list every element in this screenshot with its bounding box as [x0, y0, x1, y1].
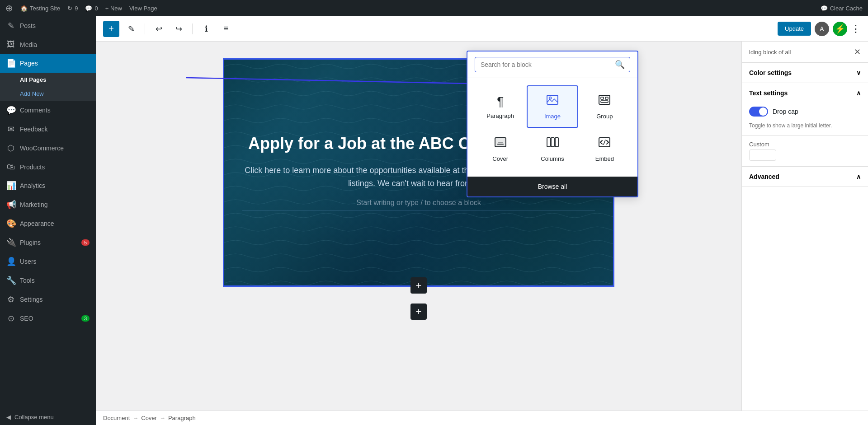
sidebar-item-appearance[interactable]: 🎨 Appearance: [0, 214, 96, 233]
edit-button[interactable]: ✎: [123, 21, 139, 37]
collapse-icon: ◀: [6, 414, 11, 420]
block-item-group[interactable]: Group: [579, 85, 630, 128]
user-avatar[interactable]: A: [815, 22, 829, 36]
sidebar-item-comments[interactable]: 💬 Comments: [0, 101, 96, 120]
tools-icon: 🔧: [6, 276, 15, 285]
svg-rect-3: [547, 95, 558, 104]
drop-cap-row: Drop cap: [742, 103, 868, 120]
sidebar-item-marketing[interactable]: 📢 Marketing: [0, 195, 96, 214]
sidebar-item-media[interactable]: 🖼 Media: [0, 35, 96, 54]
close-panel-button[interactable]: ✕: [854, 47, 861, 57]
sidebar-item-settings[interactable]: ⚙ Settings: [0, 290, 96, 309]
marketing-icon: 📢: [6, 200, 15, 210]
add-block-button[interactable]: +: [103, 21, 119, 37]
sidebar-item-pages[interactable]: 📄 Pages: [0, 54, 96, 73]
lightning-icon: ⚡: [835, 24, 845, 34]
custom-input[interactable]: [749, 149, 776, 161]
admin-bar-view-page[interactable]: View Page: [129, 5, 157, 12]
content-area: Apply for a Job at the ABC Company Today…: [96, 42, 868, 411]
toolbar-divider-2: [192, 23, 193, 34]
chevron-down-icon: ∨: [856, 69, 861, 76]
sidebar-item-products[interactable]: 🛍 Products: [0, 158, 96, 176]
block-search-input[interactable]: [475, 57, 630, 72]
sidebar-item-label: Settings: [20, 296, 43, 303]
browse-all-button[interactable]: Browse all: [467, 177, 637, 196]
redo-button[interactable]: ↪: [170, 21, 187, 37]
info-button[interactable]: ℹ: [198, 21, 214, 37]
breadcrumb-document[interactable]: Document: [103, 415, 130, 421]
sidebar-add-new[interactable]: Add New: [0, 87, 96, 101]
cache-icon: 💬: [821, 5, 828, 12]
svg-rect-8: [601, 101, 608, 103]
text-settings-header[interactable]: Text settings ∧: [742, 83, 868, 103]
drop-cap-label: Drop cap: [773, 108, 798, 115]
sidebar-item-label: Comments: [20, 107, 51, 114]
svg-rect-13: [547, 138, 550, 147]
svg-rect-14: [551, 138, 554, 147]
admin-bar-comments[interactable]: 💬 0: [85, 5, 98, 12]
block-item-embed[interactable]: Embed: [579, 129, 630, 169]
block-item-paragraph[interactable]: ¶ Paragraph: [475, 85, 526, 128]
clear-cache-button[interactable]: 💬 Clear Cache: [821, 5, 863, 12]
seo-badge: 3: [81, 315, 90, 322]
embed-icon: [598, 136, 611, 152]
more-options-button[interactable]: ⋮: [851, 23, 861, 35]
sidebar-item-label: Marketing: [20, 201, 47, 208]
block-item-columns[interactable]: Columns: [527, 129, 578, 169]
block-item-cover[interactable]: Cover: [475, 129, 526, 169]
chevron-down-icon-2: ∧: [856, 173, 861, 180]
advanced-label: Advanced: [749, 173, 779, 180]
drop-cap-toggle[interactable]: [749, 107, 768, 117]
products-icon: 🛍: [6, 162, 15, 172]
color-settings-label: Color settings: [749, 69, 792, 76]
updates-icon: ↻: [67, 5, 72, 12]
sidebar-item-woocommerce[interactable]: ⬡ WooCommerce: [0, 139, 96, 158]
svg-line-17: [604, 140, 605, 145]
search-icon-button[interactable]: 🔍: [615, 60, 625, 70]
sidebar-item-label: WooCommerce: [20, 145, 64, 152]
undo-button[interactable]: ↩: [151, 21, 167, 37]
media-icon: 🖼: [6, 40, 15, 49]
sidebar-all-pages[interactable]: All Pages: [0, 73, 96, 87]
list-view-button[interactable]: ≡: [218, 21, 234, 37]
plugins-icon: 🔌: [6, 238, 15, 248]
text-settings-section: Text settings ∧ Drop cap Toggle to show …: [742, 83, 868, 135]
admin-bar-right: 💬 Clear Cache: [821, 5, 863, 12]
cover-add-block-button[interactable]: +: [410, 277, 427, 294]
columns-icon: [546, 136, 559, 152]
sidebar-item-seo[interactable]: ⊙ SEO 3: [0, 309, 96, 328]
update-button[interactable]: Update: [778, 22, 811, 36]
sidebar-item-label: Analytics: [20, 182, 45, 189]
info-icon: ℹ: [205, 24, 208, 34]
sidebar-item-analytics[interactable]: 📊 Analytics: [0, 176, 96, 195]
advanced-header[interactable]: Advanced ∧: [742, 167, 868, 187]
admin-bar-updates[interactable]: ↻ 9: [67, 5, 78, 12]
collapse-menu[interactable]: ◀ Collapse menu: [0, 409, 96, 425]
admin-bar-site[interactable]: 🏠 Testing Site: [20, 5, 60, 12]
cover-placeholder[interactable]: Start writing or type / to choose a bloc…: [242, 199, 595, 211]
pages-submenu: All Pages Add New: [0, 73, 96, 101]
admin-bar-new[interactable]: + New: [105, 5, 122, 12]
sidebar-item-users[interactable]: 👤 Users: [0, 252, 96, 271]
woocommerce-icon: ⬡: [6, 143, 15, 153]
color-settings-header[interactable]: Color settings ∨: [742, 63, 868, 83]
svg-point-4: [549, 97, 551, 99]
settings-icon: ⚙: [6, 294, 15, 304]
block-item-image[interactable]: Image: [527, 85, 578, 128]
sidebar-item-posts[interactable]: ✎ Posts: [0, 16, 96, 35]
sidebar-item-feedback[interactable]: ✉ Feedback: [0, 120, 96, 139]
bottom-add-block-button[interactable]: +: [410, 304, 427, 320]
custom-label: Custom: [749, 141, 861, 148]
breadcrumb-paragraph[interactable]: Paragraph: [168, 415, 196, 421]
right-panel: lding block of all ✕ Color settings ∨ Te…: [741, 42, 868, 411]
breadcrumb-cover[interactable]: Cover: [141, 415, 157, 421]
wp-logo-icon[interactable]: ⊕: [5, 3, 13, 14]
editor-toolbar: + ✎ ↩ ↪ ℹ ≡ Update: [96, 16, 868, 42]
performance-button[interactable]: ⚡: [833, 22, 847, 36]
pages-icon: 📄: [6, 58, 15, 68]
editor-area: + ✎ ↩ ↪ ℹ ≡ Update: [96, 16, 868, 425]
toolbar-divider-1: [145, 23, 145, 34]
dots-icon: ⋮: [851, 23, 861, 34]
sidebar-item-tools[interactable]: 🔧 Tools: [0, 271, 96, 290]
sidebar-item-plugins[interactable]: 🔌 Plugins 5: [0, 233, 96, 252]
